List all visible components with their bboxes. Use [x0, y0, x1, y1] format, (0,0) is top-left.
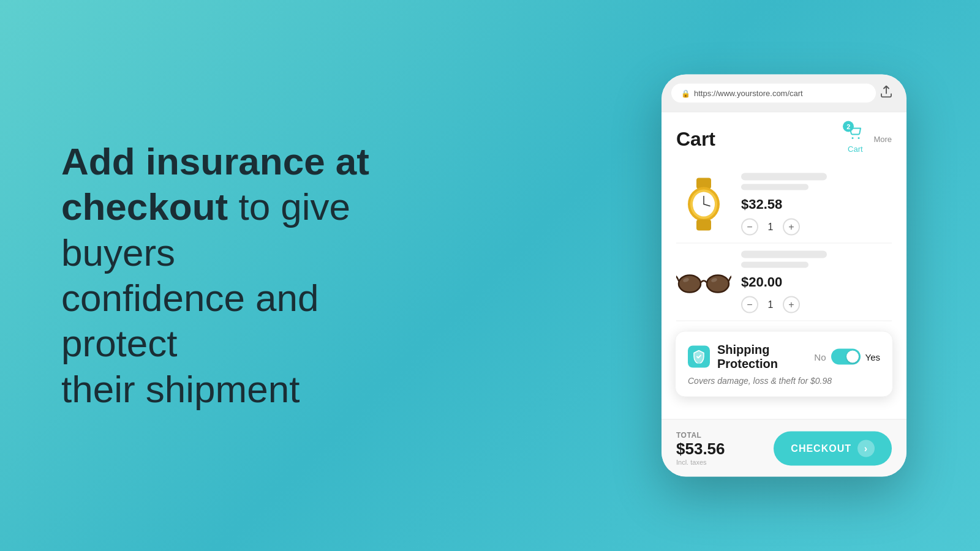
browser-bar: 🔒 https://www.yourstore.com/cart — [662, 75, 907, 113]
more-label[interactable]: More — [873, 135, 892, 144]
url-text: https://www.yourstore.com/cart — [694, 89, 803, 98]
svg-rect-8 — [696, 220, 711, 231]
cart-badge-wrapper: 2 — [846, 125, 864, 142]
hero-checkout-word: checkout — [61, 186, 228, 228]
url-bar[interactable]: 🔒 https://www.yourstore.com/cart — [671, 84, 876, 103]
cart-header: Cart 2 Cart More — [676, 125, 892, 154]
share-button[interactable] — [876, 83, 897, 103]
item-price-sunglasses: $20.00 — [741, 274, 892, 290]
phone-mockup: 🔒 https://www.yourstore.com/cart Cart 2 — [662, 75, 907, 477]
sp-no-label: No — [814, 351, 826, 362]
hero-line3: confidence and protect — [61, 277, 319, 364]
qty-control-sunglasses: − 1 + — [741, 296, 892, 313]
item-name-bar — [741, 173, 827, 181]
item-image-watch — [676, 177, 731, 232]
svg-point-0 — [852, 137, 854, 139]
item-image-sunglasses — [676, 255, 731, 310]
sp-toggle[interactable] — [831, 349, 861, 365]
cart-content: Cart 2 Cart More — [662, 113, 907, 419]
cart-title: Cart — [676, 128, 715, 151]
hero-line4: their shipment — [61, 368, 300, 410]
hero-section: Add insurance at checkout to give buyers… — [0, 90, 466, 461]
lock-icon: 🔒 — [681, 89, 690, 97]
svg-point-1 — [858, 137, 860, 139]
qty-decrease-sunglasses[interactable]: − — [741, 296, 758, 313]
cart-footer: TOTAL $53.56 Incl. taxes CHECKOUT › — [662, 419, 907, 477]
sunglasses-svg — [676, 265, 731, 299]
qty-increase-watch[interactable]: + — [783, 219, 800, 236]
checkout-button[interactable]: CHECKOUT › — [774, 431, 892, 465]
qty-value-sunglasses: 1 — [766, 299, 775, 310]
hero-heading: Add insurance at checkout to give buyers… — [61, 139, 417, 412]
cart-nav-label: Cart — [848, 144, 863, 154]
sp-yes-label: Yes — [865, 351, 880, 362]
shield-icon — [688, 346, 710, 368]
total-incl-taxes: Incl. taxes — [676, 459, 725, 466]
shipping-protection-card: Shipping Protection No Yes Covers damage… — [675, 331, 893, 397]
total-section: TOTAL $53.56 Incl. taxes — [676, 431, 725, 466]
total-amount: $53.56 — [676, 440, 725, 459]
item-details-sunglasses: $20.00 − 1 + — [741, 251, 892, 313]
cart-item-watch: $32.58 − 1 + — [676, 166, 892, 244]
item-name-bar-2 — [741, 251, 827, 258]
item-details-watch: $32.58 − 1 + — [741, 173, 892, 236]
watch-svg — [679, 177, 728, 232]
sp-title: Shipping Protection — [717, 343, 807, 371]
cart-nav-item[interactable]: 2 Cart — [846, 125, 864, 154]
qty-value-watch: 1 — [766, 222, 775, 233]
item-price-watch: $32.58 — [741, 197, 892, 212]
qty-increase-sunglasses[interactable]: + — [783, 296, 800, 313]
cart-nav: 2 Cart More — [846, 125, 892, 154]
sp-toggle-wrapper: No Yes — [814, 349, 880, 365]
sp-header: Shipping Protection No Yes — [688, 343, 880, 371]
toggle-thumb — [846, 351, 859, 363]
qty-control-watch: − 1 + — [741, 219, 892, 236]
hero-line1: Add insurance at — [61, 140, 369, 182]
sp-description: Covers damage, loss & theft for $0.98 — [688, 376, 880, 386]
checkout-arrow-icon: › — [858, 440, 875, 457]
cart-item-sunglasses: $20.00 − 1 + — [676, 244, 892, 321]
item-name-bar-short-2 — [741, 262, 809, 268]
checkout-label: CHECKOUT — [791, 443, 851, 454]
phone-frame: 🔒 https://www.yourstore.com/cart Cart 2 — [662, 75, 907, 477]
total-label: TOTAL — [676, 431, 725, 440]
item-name-bar-short — [741, 184, 809, 190]
qty-decrease-watch[interactable]: − — [741, 219, 758, 236]
